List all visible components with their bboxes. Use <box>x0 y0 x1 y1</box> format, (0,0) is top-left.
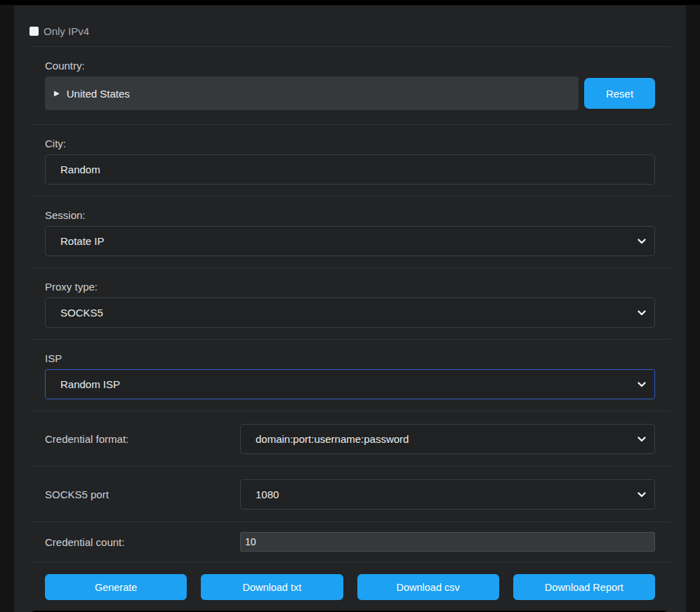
session-label: Session: <box>45 209 655 221</box>
reset-button[interactable]: Reset <box>584 78 655 109</box>
city-input[interactable] <box>45 154 655 185</box>
only-ipv4-label: Only IPv4 <box>44 25 89 37</box>
credential-format-select[interactable]: domain:port:username:password <box>240 424 655 454</box>
isp-select[interactable]: Random ISP <box>45 369 655 399</box>
credential-count-label: Credential count: <box>45 536 240 548</box>
city-section: City: <box>29 124 671 196</box>
proxy-type-select[interactable]: SOCKS5 <box>45 298 655 328</box>
download-txt-button[interactable]: Download txt <box>201 574 343 600</box>
socks5-port-label: SOCKS5 port <box>45 488 240 500</box>
socks5-port-section: SOCKS5 port 1080 <box>29 466 671 521</box>
proxy-generator-panel: Only IPv4 Country: ▶ United States Reset… <box>14 6 686 612</box>
top-edge <box>0 0 700 5</box>
credential-format-section: Credential format: domain:port:username:… <box>29 411 671 466</box>
proxy-type-label: Proxy type: <box>45 281 655 293</box>
isp-section: ISP Random ISP <box>29 339 671 411</box>
proxy-type-section: Proxy type: SOCKS5 <box>29 267 671 339</box>
country-value: United States <box>67 88 130 100</box>
actions-section: Generate Download txt Download csv Downl… <box>29 562 671 611</box>
download-csv-button[interactable]: Download csv <box>357 574 499 600</box>
session-section: Session: Rotate IP <box>29 196 671 267</box>
credential-count-section: Credential count: <box>29 521 671 562</box>
credential-format-label: Credential format: <box>45 433 240 445</box>
socks5-port-select[interactable]: 1080 <box>240 479 655 510</box>
generate-button[interactable]: Generate <box>45 574 187 600</box>
download-report-button[interactable]: Download Report <box>513 574 655 600</box>
country-label: Country: <box>45 60 655 72</box>
session-select[interactable]: Rotate IP <box>45 226 655 256</box>
credential-count-input[interactable] <box>240 532 655 552</box>
city-label: City: <box>45 138 655 149</box>
triangle-right-icon: ▶ <box>54 89 60 97</box>
only-ipv4-row: Only IPv4 <box>29 6 671 46</box>
only-ipv4-checkbox[interactable] <box>29 27 39 36</box>
isp-label: ISP <box>45 352 655 364</box>
country-dropdown[interactable]: ▶ United States <box>45 76 579 110</box>
country-section: Country: ▶ United States Reset <box>29 46 671 124</box>
